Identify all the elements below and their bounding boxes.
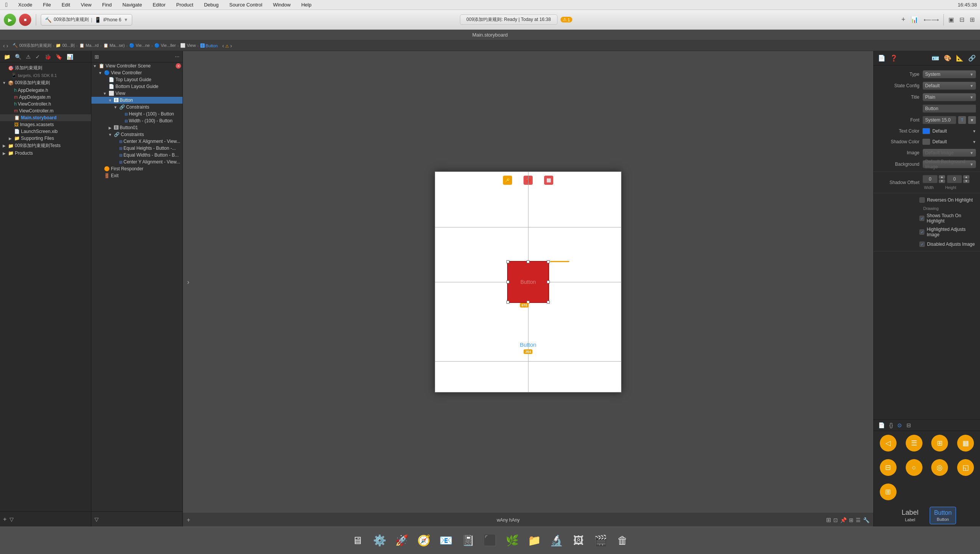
- dock-filezilla[interactable]: 📁: [524, 531, 544, 551]
- shadow-h-down[interactable]: ▼: [963, 179, 970, 183]
- scene-item-bottom-layout[interactable]: 📄 Bottom Layout Guide: [91, 83, 183, 90]
- scheme-selector[interactable]: 🔨 009添加约束规则 | 📱 iPhone 6 ▼: [41, 14, 132, 26]
- handle-bl[interactable]: [506, 301, 509, 304]
- obj-grid3[interactable]: ◎: [928, 458, 952, 477]
- toolbar-breakpoints-btn[interactable]: ⟵⟶: [922, 14, 940, 26]
- scene-item-center-y[interactable]: ⊟ Center Y Alignment - View...: [91, 159, 183, 165]
- tab-main-storyboard[interactable]: Main.storyboard: [472, 32, 508, 38]
- bg-select[interactable]: Default Background Image ▼: [922, 160, 976, 168]
- obj-label-item[interactable]: Label Label: [898, 506, 922, 524]
- scene-item-equal-heights[interactable]: ⊟ Equal Heights - Button -...: [91, 145, 183, 152]
- dock-safari[interactable]: 🧭: [414, 531, 434, 551]
- breadcrumb-view2[interactable]: 🔵 Vie...ller: [154, 43, 176, 48]
- sidebar-icon-breakpoint[interactable]: 🔖: [54, 53, 64, 61]
- dock-onenote[interactable]: 📓: [458, 531, 478, 551]
- obj-grid4[interactable]: ◱: [953, 458, 978, 477]
- type-select[interactable]: System ▼: [922, 70, 976, 78]
- identity-inspector-icon[interactable]: 🪪: [930, 53, 940, 63]
- scene-close-btn[interactable]: ✕: [176, 63, 181, 69]
- dock-mail[interactable]: 📧: [436, 531, 456, 551]
- obj-lib-icon4[interactable]: ⊟: [905, 421, 913, 429]
- breadcrumb-00[interactable]: 📁 00...则: [56, 43, 74, 48]
- text-color-arrow[interactable]: ▼: [972, 129, 976, 133]
- grid-icon[interactable]: ⊞: [94, 54, 99, 60]
- file-item-products[interactable]: ▶ 📁 Products: [0, 150, 91, 157]
- connections-inspector-icon[interactable]: 🔗: [967, 53, 977, 63]
- handle-ml[interactable]: [506, 280, 509, 283]
- stop-button[interactable]: ■: [19, 14, 31, 26]
- menubar-view[interactable]: View: [78, 1, 94, 8]
- scene-item-width-constraint[interactable]: ⊟ Width - (100) - Button: [91, 117, 183, 124]
- dock-finder[interactable]: 🖥: [347, 531, 367, 551]
- scene-item-view[interactable]: ▼ ⬜ View: [91, 90, 183, 97]
- menubar-navigate[interactable]: Navigate: [120, 1, 144, 8]
- handle-br[interactable]: [547, 301, 550, 304]
- add-scene-btn[interactable]: +: [187, 517, 190, 524]
- file-item-supporting[interactable]: ▶ 📁 Supporting Files: [0, 135, 91, 142]
- apple-menu[interactable]: : [3, 1, 10, 9]
- shadow-w-down[interactable]: ▼: [938, 179, 945, 183]
- canvas-fold-btn[interactable]: ›: [184, 274, 192, 290]
- dock-settings[interactable]: ⚙️: [370, 531, 389, 551]
- dock-trash[interactable]: 🗑: [613, 531, 633, 551]
- highlighted-checkbox[interactable]: [919, 229, 924, 235]
- resolve-btn[interactable]: 🔧: [863, 517, 870, 523]
- text-color-box[interactable]: [922, 128, 930, 134]
- file-item-tests[interactable]: ▶ 📁 009添加约束规则Tests: [0, 142, 91, 150]
- menubar-source-control[interactable]: Source Control: [227, 1, 265, 8]
- canvas-layout-btn[interactable]: ⊞: [849, 517, 853, 523]
- file-item-sdk[interactable]: 📱 targets, iOS SDK 8.1: [0, 72, 91, 79]
- scene-item-button[interactable]: ▼ 🅱 Button: [91, 97, 183, 104]
- sidebar-icon-test[interactable]: ✓: [34, 53, 42, 61]
- file-item-viewcontrollerh[interactable]: h ViewController.h: [0, 101, 91, 107]
- obj-lib-icon1[interactable]: 📄: [877, 421, 886, 429]
- shadow-color-arrow[interactable]: ▼: [972, 140, 976, 144]
- breadcrumb-next-issue[interactable]: ›: [230, 43, 232, 49]
- breadcrumb-prev-issue[interactable]: ‹: [222, 43, 224, 49]
- state-select[interactable]: Default ▼: [922, 82, 976, 90]
- file-item-images[interactable]: 🖼 Images.xcassets: [0, 121, 91, 128]
- obj-nav-controller[interactable]: ◁: [876, 433, 900, 453]
- scene-item-center-x[interactable]: ⊟ Center X Alignment - View...: [91, 138, 183, 145]
- obj-grid2[interactable]: ○: [902, 458, 926, 477]
- menubar-product[interactable]: Product: [174, 1, 196, 8]
- obj-lib-icon2[interactable]: {}: [888, 421, 894, 429]
- scene-options[interactable]: ⋯: [175, 54, 179, 59]
- size-inspector-icon[interactable]: 📐: [955, 53, 965, 63]
- menubar-debug[interactable]: Debug: [202, 1, 221, 8]
- canvas-pin-btn[interactable]: 📌: [840, 517, 847, 523]
- sidebar-icon-warning[interactable]: ⚠: [24, 53, 32, 61]
- scene-item-height-constraint[interactable]: ⊟ Height - (100) - Button: [91, 110, 183, 117]
- filter-scene-icon[interactable]: ▽: [94, 516, 99, 522]
- obj-grid5[interactable]: ⊞: [876, 482, 900, 502]
- attributes-inspector-icon[interactable]: 🎨: [943, 53, 953, 63]
- font-expand-btn[interactable]: ▼: [968, 116, 976, 124]
- obj-grid1[interactable]: ⊟: [876, 458, 900, 477]
- toolbar-add-btn[interactable]: +: [900, 14, 907, 26]
- constraints-menu-btn[interactable]: ☰: [856, 517, 861, 523]
- image-select[interactable]: Default Image ▼: [922, 149, 976, 157]
- file-item-mainstoryboard[interactable]: 📋 Main.storyboard: [0, 114, 91, 121]
- scene-item-constraints1[interactable]: ▼ 🔗 Constraints: [91, 104, 183, 110]
- toolbar-activity-btn[interactable]: 📊: [909, 14, 920, 26]
- filter-icon[interactable]: ▽: [10, 516, 14, 522]
- scene-item-constraints2[interactable]: ▼ 🔗 Constraints: [91, 131, 183, 138]
- breadcrumb-back[interactable]: ‹: [3, 43, 5, 49]
- reverses-checkbox[interactable]: [919, 197, 925, 203]
- dock-quicktime[interactable]: 🎬: [591, 531, 610, 551]
- shadow-color-box[interactable]: [922, 139, 930, 145]
- obj-tab-controller[interactable]: ▦: [953, 433, 978, 453]
- menubar-find[interactable]: Find: [100, 1, 114, 8]
- handle-tr[interactable]: [547, 260, 550, 263]
- breadcrumb-button[interactable]: 🅱 Button: [200, 43, 218, 48]
- menubar-xcode[interactable]: Xcode: [16, 1, 35, 8]
- scene-item-first-responder[interactable]: 🟠 First Responder: [91, 165, 183, 172]
- dock-photos[interactable]: 🖼: [568, 531, 588, 551]
- shadow-w-up[interactable]: ▲: [938, 175, 945, 179]
- sidebar-icon-folder[interactable]: 📁: [2, 53, 12, 61]
- file-item-target[interactable]: 🎯 添加约束规则: [0, 64, 91, 72]
- handle-tc[interactable]: [527, 260, 530, 263]
- disabled-checkbox[interactable]: [919, 242, 925, 247]
- quick-help-icon[interactable]: ❓: [889, 53, 899, 63]
- menubar-window[interactable]: Window: [271, 1, 293, 8]
